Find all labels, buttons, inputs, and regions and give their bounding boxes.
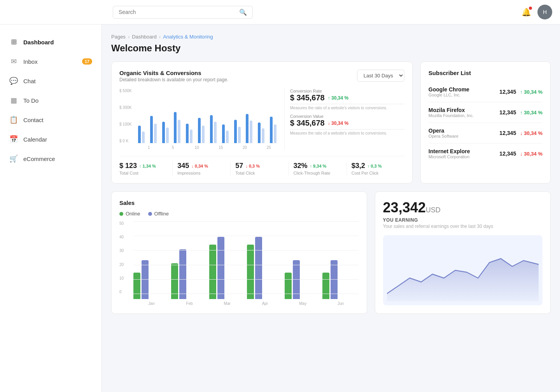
notification-button[interactable]: 🔔 [522,7,531,17]
subscriber-item-ie: Internet Explore Microsoft Corporation 1… [429,144,542,164]
sidebar-item-todo[interactable]: ▦ To Do [0,91,102,110]
sales-title: Sales [119,200,359,206]
sub-change-firefox: ↑ 30,34 % [520,110,542,116]
search-icon: 🔍 [239,9,247,16]
sub-change-opera: ↓ 30,34 % [520,130,542,136]
earnings-card: 23,342USD YOU EARNING Your sales and ref… [375,191,551,314]
bar-group [234,120,244,143]
breadcrumb-analytics[interactable]: Analytics & Monitoring [163,34,213,40]
sub-change-ie: ↓ 30,34 % [520,151,542,157]
earnings-area-chart [383,235,542,305]
conv-rate-value: $ 345,678 ↑ 30,34 % [290,93,404,102]
top-row: Organic Visits & Conversions Detailed br… [111,61,551,184]
chat-icon: 💬 [9,77,18,85]
main-content: Pages › Dashboard › Analytics & Monitori… [102,24,560,392]
earnings-desc: Your sales and referral earnings over th… [383,224,542,229]
bar-chart: $ 500K $ 300K $ 100K $ 0 K [119,89,280,143]
notification-dot [529,7,532,10]
sales-bar-group-may [285,260,321,299]
sales-legend: Online Offline [119,211,359,217]
bottom-row: Sales Online Offline [111,191,551,314]
date-range-select[interactable]: Last 30 Days [357,70,404,82]
subscriber-card: Subscriber List Google Chrome Google LLC… [420,61,551,184]
breadcrumb-dashboard[interactable]: Dashboard [132,34,157,40]
calendar-icon: 📅 [9,135,18,144]
page-title: Welcome Hosty [111,43,551,54]
subscriber-item-opera: Opera Opera Software 12,345 ↓ 30,34 % [429,123,542,144]
conversion-value-metric: Conversion Value $ 345,678 ↓ 30,34 % Mea… [290,114,404,135]
stat-cpc: $3,2 ↑ 0,3 % Cost Per Click [347,162,404,175]
bar-group [150,116,160,143]
contact-icon: 📋 [9,116,18,124]
chart-header: Organic Visits & Conversions Detailed br… [119,70,404,82]
subscriber-title: Subscriber List [429,70,542,76]
bar-group [210,115,220,143]
organic-chart-card: Organic Visits & Conversions Detailed br… [111,61,413,184]
chart-body: $ 500K $ 300K $ 100K $ 0 K [119,89,404,150]
bar-group [174,112,184,143]
sidebar-item-dashboard[interactable]: ⊞ Dashboard [0,32,102,52]
bar-group [246,114,256,143]
subscriber-item-firefox: Mozila Firefox Mozilla Foundation, Inc. … [429,102,542,123]
conv-rate-label: Conversion Rate [290,89,404,93]
inbox-badge: 17 [82,58,92,65]
conv-rate-change: ↑ 30,34 % [328,95,348,101]
avatar[interactable]: H [537,5,552,19]
y-labels: $ 500K $ 300K $ 100K $ 0 K [119,89,132,143]
sidebar-label-inbox: Inbox [23,58,38,65]
sidebar-label-calendar: Calendar [23,136,47,143]
sidebar-item-calendar[interactable]: 📅 Calendar [0,130,102,149]
bar-chart-area: $ 500K $ 300K $ 100K $ 0 K [119,89,280,150]
bar-group [186,124,196,143]
conv-rate-note: Measures the ratio of a website's visito… [290,104,404,110]
conv-val-change: ↓ 30,34 % [328,121,348,126]
sales-bars: 50 40 30 20 10 0 [119,221,359,299]
sidebar-item-chat[interactable]: 💬 Chat [0,71,102,91]
chart-title-area: Organic Visits & Conversions Detailed br… [119,70,228,82]
x-labels: 1 5 10 15 20 25 [119,145,280,150]
conv-val-label: Conversion Value [290,114,404,119]
topbar-right: 🔔 H [522,5,552,19]
sidebar-label-dashboard: Dashboard [23,39,54,46]
sidebar-label-chat: Chat [23,78,36,84]
breadcrumb-pages[interactable]: Pages [111,34,126,40]
search-box[interactable]: 🔍 [113,6,253,19]
sales-y-labels: 50 40 30 20 10 0 [119,221,124,294]
sidebar-item-ecommerce[interactable]: 🛒 eCommerce [0,149,102,168]
sales-bar-group-feb [171,249,207,299]
inbox-icon: ✉ [9,57,18,66]
sidebar-label-todo: To Do [23,97,38,104]
search-input[interactable] [119,9,236,15]
sales-bar-group-apr [247,237,283,299]
conversion-rate-metric: Conversion Rate $ 345,678 ↑ 30,34 % Meas… [290,89,404,110]
ecommerce-icon: 🛒 [9,154,18,163]
earnings-amount: 23,342USD [383,200,542,216]
sidebar-label-ecommerce: eCommerce [23,156,55,162]
sales-card: Sales Online Offline [111,191,367,314]
legend-dot-online [119,212,123,216]
conversion-metrics: Conversion Rate $ 345,678 ↑ 30,34 % Meas… [284,89,404,150]
bar-group [258,122,268,143]
stat-total-cost: $ 123 ↑ 1,34 % Total Cost [119,162,173,175]
sidebar-item-inbox[interactable]: ✉ Inbox 17 [0,52,102,71]
stats-row: $ 123 ↑ 1,34 % Total Cost 345 ↓ 0,34 % I… [119,156,404,175]
bar-group [198,118,208,143]
conv-val-value: $ 345,678 ↓ 30,34 % [290,119,404,128]
topbar: 🔍 🔔 H [0,0,560,24]
chart-subtitle: Detailed breakdown is available on your … [119,77,228,82]
conv-val-note: Measures the ratio of a website's visito… [290,129,404,135]
sales-chart: 50 40 30 20 10 0 [119,221,359,306]
sales-bar-group-mar [209,237,245,299]
bar-group [162,122,172,143]
breadcrumb: Pages › Dashboard › Analytics & Monitori… [111,34,551,40]
legend-offline: Offline [148,211,169,217]
bar-group [222,124,232,143]
bar-group [138,126,148,143]
sub-change-chrome: ↑ 30,34 % [520,89,542,95]
sidebar-item-contact[interactable]: 📋 Contact [0,110,102,130]
todo-icon: ▦ [9,96,18,105]
sales-x-labels: Jan Feb Mar Apr May Jun [119,301,359,306]
legend-dot-offline [148,212,152,216]
chart-title: Organic Visits & Conversions [119,70,228,76]
earnings-label: YOU EARNING [383,217,542,223]
